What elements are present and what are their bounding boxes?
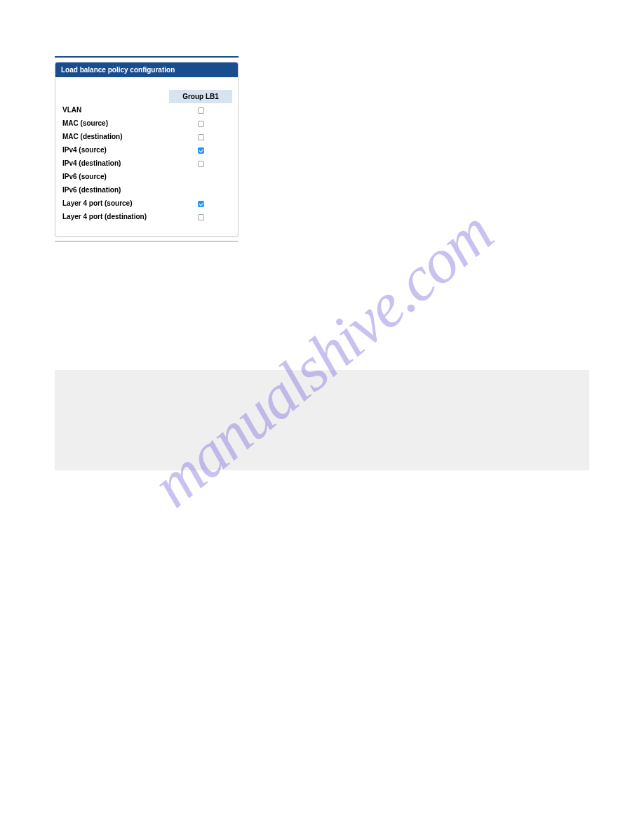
panel-body: Group LB1 VLANMAC (source)MAC (destinati… [55, 77, 238, 236]
config-row: IPv4 (source) [61, 143, 232, 157]
config-row: IPv4 (destination) [61, 157, 232, 170]
config-row-checkbox-cell [169, 130, 232, 143]
config-row: MAC (destination) [61, 130, 232, 143]
checkbox[interactable] [198, 134, 204, 140]
config-row-label: IPv6 (source) [61, 170, 169, 183]
checkbox[interactable] [198, 214, 204, 220]
blank-header [61, 90, 169, 103]
config-row-checkbox-cell [169, 103, 232, 117]
config-row-label: MAC (source) [61, 117, 169, 130]
config-row-label: VLAN [61, 103, 169, 117]
checkbox[interactable] [198, 121, 204, 127]
config-row: IPv6 (source) [61, 170, 232, 183]
checkbox[interactable] [198, 107, 204, 114]
config-row-checkbox-cell [169, 170, 232, 183]
config-row: MAC (source) [61, 117, 232, 130]
config-row-checkbox-cell [169, 157, 232, 170]
group-header: Group LB1 [169, 90, 232, 103]
config-row-label: IPv6 (destination) [61, 183, 169, 197]
config-row: Layer 4 port (destination) [61, 210, 232, 223]
panel-wrapper: Load balance policy configuration Group … [55, 56, 239, 241]
config-row-label: IPv4 (destination) [61, 157, 169, 170]
config-table: Group LB1 VLANMAC (source)MAC (destinati… [61, 90, 232, 223]
config-row: IPv6 (destination) [61, 183, 232, 197]
gray-placeholder-block [55, 370, 589, 470]
config-row-label: MAC (destination) [61, 130, 169, 143]
config-row-checkbox-cell [169, 183, 232, 197]
config-row-checkbox-cell [169, 197, 232, 210]
panel-title: Load balance policy configuration [55, 62, 238, 77]
config-row-label: Layer 4 port (source) [61, 197, 169, 210]
config-row-checkbox-cell [169, 210, 232, 223]
config-panel: Load balance policy configuration Group … [55, 62, 239, 237]
config-rows-body: VLANMAC (source)MAC (destination)IPv4 (s… [61, 103, 232, 223]
config-row: Layer 4 port (source) [61, 197, 232, 210]
config-row-label: IPv4 (source) [61, 143, 169, 157]
config-row-checkbox-cell [169, 143, 232, 157]
config-row-checkbox-cell [169, 117, 232, 130]
page-content: Load balance policy configuration Group … [0, 0, 644, 270]
config-row: VLAN [61, 103, 232, 117]
config-row-label: Layer 4 port (destination) [61, 210, 169, 223]
checkbox[interactable] [198, 161, 204, 167]
checkbox[interactable] [198, 201, 204, 207]
checkbox[interactable] [198, 147, 204, 154]
